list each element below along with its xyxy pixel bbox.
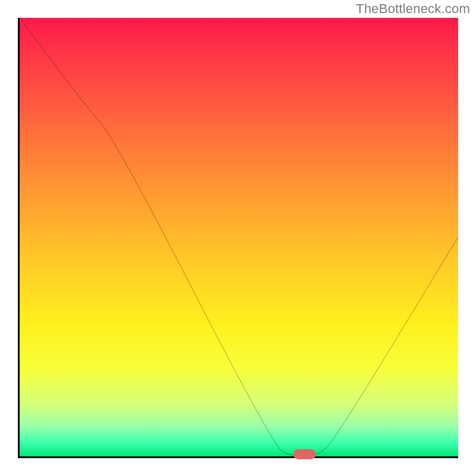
plot-area	[18, 18, 458, 458]
optimal-point-marker	[293, 449, 316, 459]
bottleneck-curve	[20, 18, 458, 456]
chart-container: TheBottleneck.com	[0, 0, 476, 476]
attribution-label: TheBottleneck.com	[356, 1, 470, 17]
